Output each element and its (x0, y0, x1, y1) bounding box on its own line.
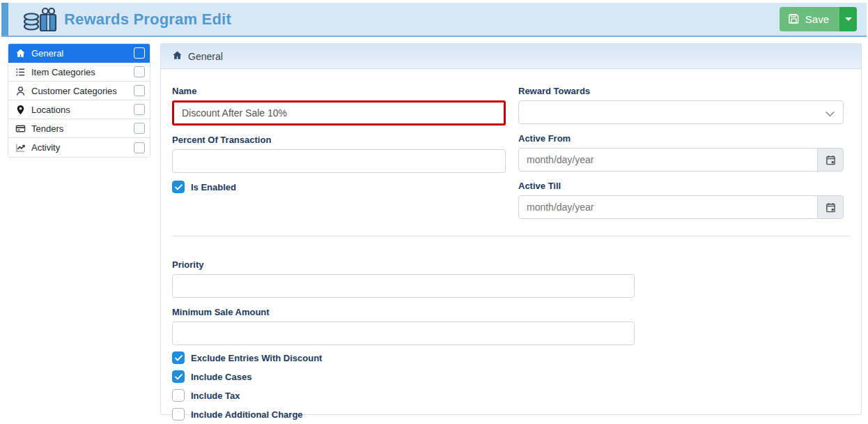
reward-towards-label: Reward Towards (518, 86, 844, 96)
exclude-entries-with-discount-checkbox[interactable] (172, 351, 185, 364)
form-grid: Name Percent Of Transaction Is Enabled R… (172, 86, 850, 219)
accent-bar (1, 3, 8, 36)
name-label: Name (172, 86, 506, 96)
sidebar-item-label: Locations (31, 105, 70, 115)
reward-towards-select[interactable] (518, 100, 844, 124)
save-dropdown-button[interactable] (839, 7, 857, 31)
priority-label: Priority (172, 259, 635, 270)
list-icon (15, 66, 26, 77)
credit-card-icon (15, 123, 26, 134)
active-till-input[interactable] (518, 195, 818, 219)
active-from-calendar-button[interactable] (817, 148, 844, 172)
is-enabled-checkbox[interactable] (172, 181, 185, 193)
include-additional-charge-row[interactable]: Include Additional Charge (172, 408, 850, 421)
active-till-label: Active Till (518, 181, 844, 191)
sidebar-item-checkbox[interactable] (134, 104, 145, 115)
content-area: General Item Categories Customer Categor… (8, 43, 862, 415)
sidebar-item-locations[interactable]: Locations (8, 100, 150, 119)
option-label: Exclude Entries With Discount (191, 353, 322, 363)
save-button-label: Save (805, 13, 829, 25)
sidebar-item-checkbox[interactable] (134, 123, 145, 134)
calendar-icon (826, 202, 836, 213)
section-divider (172, 236, 850, 236)
sidebar-item-activity[interactable]: Activity (8, 138, 150, 157)
sidebar-item-label: General (31, 48, 63, 59)
sidebar-item-checkbox[interactable] (134, 66, 145, 77)
active-from-group (518, 148, 844, 172)
option-label: Include Additional Charge (191, 409, 303, 420)
home-icon (172, 50, 183, 63)
percent-of-transaction-input[interactable] (172, 149, 506, 173)
priority-group: Priority Minimum Sale Amount (172, 259, 635, 345)
include-cases-row[interactable]: Include Cases (172, 370, 850, 383)
active-from-label: Active From (518, 133, 844, 144)
sidebar-item-label: Activity (31, 142, 60, 153)
chart-icon (15, 142, 26, 153)
floppy-disk-icon (789, 13, 799, 26)
sidebar-item-label: Customer Categories (31, 86, 117, 96)
options-list: Exclude Entries With Discount Include Ca… (172, 351, 850, 421)
sidebar-item-item-categories[interactable]: Item Categories (8, 63, 150, 82)
option-label: Include Cases (191, 372, 251, 382)
active-till-group (518, 195, 844, 219)
home-icon (15, 47, 26, 59)
sidebar-item-checkbox[interactable] (134, 85, 145, 96)
calendar-icon (826, 155, 836, 165)
map-pin-icon (15, 104, 26, 115)
general-panel: General Name Percent Of Transaction Is E… (160, 43, 862, 415)
sidebar-item-checkbox[interactable] (134, 47, 145, 59)
app-header: Rewards Program Edit Save (1, 3, 867, 37)
percent-of-transaction-label: Percent Of Transaction (172, 135, 506, 145)
panel-header-title: General (188, 51, 223, 62)
save-button[interactable]: Save (780, 7, 839, 31)
sidebar-item-general[interactable]: General (8, 44, 150, 63)
is-enabled-row[interactable]: Is Enabled (172, 181, 506, 193)
sidebar-item-label: Tenders (31, 123, 63, 134)
panel-body: Name Percent Of Transaction Is Enabled R… (161, 69, 861, 421)
active-till-calendar-button[interactable] (817, 195, 844, 219)
sidebar-item-tenders[interactable]: Tenders (8, 119, 150, 138)
include-tax-checkbox[interactable] (172, 389, 185, 402)
rewards-gift-coins-icon (22, 6, 59, 33)
minimum-sale-amount-label: Minimum Sale Amount (172, 307, 635, 317)
minimum-sale-amount-input[interactable] (172, 321, 635, 345)
person-icon (15, 85, 26, 96)
form-column-left: Name Percent Of Transaction Is Enabled (172, 86, 506, 219)
active-from-input[interactable] (518, 148, 818, 172)
include-cases-checkbox[interactable] (172, 370, 185, 383)
form-column-right: Reward Towards Active From (518, 86, 844, 219)
sidebar-item-label: Item Categories (31, 67, 95, 77)
priority-input[interactable] (172, 274, 635, 298)
exclude-entries-with-discount-row[interactable]: Exclude Entries With Discount (172, 351, 850, 364)
include-additional-charge-checkbox[interactable] (172, 408, 185, 421)
chevron-down-icon (825, 108, 835, 119)
include-tax-row[interactable]: Include Tax (172, 389, 850, 402)
sidebar-item-checkbox[interactable] (134, 142, 145, 153)
is-enabled-label: Is Enabled (191, 182, 236, 192)
sidebar: General Item Categories Customer Categor… (8, 43, 150, 158)
name-input[interactable] (172, 100, 506, 126)
sidebar-item-customer-categories[interactable]: Customer Categories (8, 82, 150, 100)
caret-down-icon (845, 17, 852, 21)
page-title: Rewards Program Edit (64, 10, 231, 29)
panel-header: General (161, 44, 861, 69)
save-split-button: Save (780, 7, 857, 31)
option-label: Include Tax (191, 391, 240, 401)
